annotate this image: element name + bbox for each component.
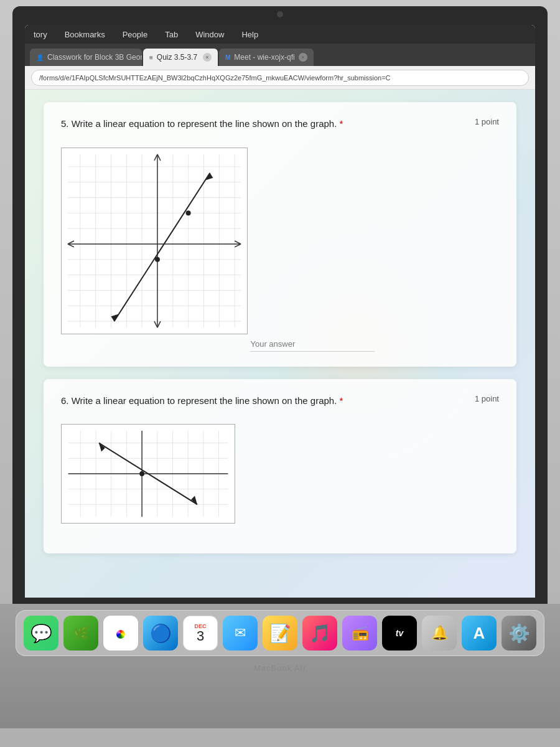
- appstore-icon: A: [474, 624, 485, 643]
- mail-icon: ✉: [235, 625, 246, 641]
- menu-bar: tory Bookmarks People Tab Window Help: [25, 25, 535, 44]
- dock-calendar[interactable]: DEC 3: [183, 616, 218, 651]
- answer-5-label[interactable]: Your answer: [250, 339, 375, 352]
- dock-music[interactable]: 🎵: [302, 616, 337, 651]
- tab-meet[interactable]: M Meet - wie-xojx-qfi ×: [219, 49, 314, 66]
- unknown1-icon: 🌿: [73, 626, 89, 641]
- dock-appstore[interactable]: A: [462, 616, 497, 651]
- graph-5-container: [61, 148, 248, 334]
- dock-podcasts[interactable]: 📻: [342, 616, 377, 651]
- tab-quiz-close[interactable]: ×: [203, 53, 212, 62]
- dock-unknown1[interactable]: 🌿: [63, 616, 98, 651]
- music-icon: 🎵: [309, 623, 331, 644]
- tab-quiz-label: Quiz 3.5-3.7: [157, 53, 197, 62]
- screen-bezel: tory Bookmarks People Tab Window Help 👤 …: [12, 6, 548, 604]
- dock-messages[interactable]: 💬: [24, 616, 58, 651]
- dock-system[interactable]: ⚙️: [502, 616, 536, 651]
- photos-icon: ●: [114, 622, 126, 645]
- question-5-header: 5. Write a linear equation to represent …: [61, 117, 499, 131]
- question-5-card: 5. Write a linear equation to represent …: [44, 102, 516, 367]
- laptop-frame: tory Bookmarks People Tab Window Help 👤 …: [0, 0, 560, 747]
- question-6-card: 6. Write a linear equation to represent …: [44, 379, 516, 554]
- browser-window: tory Bookmarks People Tab Window Help 👤 …: [25, 25, 535, 598]
- question-5-text: 5. Write a linear equation to represent …: [61, 117, 462, 131]
- messages-icon: 💬: [30, 623, 52, 644]
- url-input[interactable]: /forms/d/e/1FAIpQLSfcMrSUHTTEzAEjN_BW3l2…: [31, 70, 529, 86]
- question-6-text: 6. Write a linear equation to represent …: [61, 394, 462, 408]
- url-text: /forms/d/e/1FAIpQLSfcMrSUHTTEzAEjN_BW3l2…: [39, 74, 391, 82]
- dock-notes[interactable]: 📝: [263, 616, 297, 651]
- required-star-6: *: [340, 395, 343, 406]
- dock-photos[interactable]: ●: [103, 616, 138, 651]
- menu-item-help[interactable]: Help: [239, 29, 261, 40]
- system-icon: ⚙️: [508, 623, 530, 644]
- dock-notification[interactable]: 🔔: [422, 616, 457, 651]
- required-star-5: *: [340, 118, 343, 129]
- graph-5-svg: [61, 148, 248, 334]
- calendar-day-label: 3: [197, 629, 204, 643]
- tab-meet-close[interactable]: ×: [299, 53, 307, 62]
- dock-mail[interactable]: ✉: [223, 616, 258, 651]
- question-5-points: 1 point: [475, 117, 499, 126]
- menu-item-bookmarks[interactable]: Bookmarks: [62, 29, 108, 40]
- podcasts-icon: 📻: [352, 625, 368, 641]
- menu-item-people[interactable]: People: [120, 29, 150, 40]
- notification-icon: 🔔: [431, 625, 448, 641]
- notes-icon: 📝: [269, 623, 291, 644]
- dock-tv[interactable]: tv: [382, 616, 417, 651]
- tab-quiz[interactable]: ≡ Quiz 3.5-3.7 ×: [143, 49, 218, 66]
- svg-line-32: [114, 172, 210, 321]
- dock: 💬 🌿 ● 🔵 DEC 3 ✉ 📝 🎵: [16, 610, 544, 656]
- svg-point-35: [186, 210, 191, 215]
- laptop-model-label: MacBook Air: [254, 664, 306, 673]
- tab-bar: 👤 Classwork for Block 3B Geom × ≡ Quiz 3…: [25, 44, 535, 66]
- menu-item-tab[interactable]: Tab: [162, 29, 180, 40]
- page-content: 5. Write a linear equation to represent …: [25, 90, 535, 598]
- finder-icon: 🔵: [150, 623, 172, 644]
- svg-point-57: [139, 471, 144, 476]
- address-bar: /forms/d/e/1FAIpQLSfcMrSUHTTEzAEjN_BW3l2…: [25, 66, 535, 90]
- question-6-header: 6. Write a linear equation to represent …: [61, 394, 499, 408]
- tab-classwork-icon: 👤: [36, 54, 44, 61]
- dock-area: 💬 🌿 ● 🔵 DEC 3 ✉ 📝 🎵: [0, 604, 560, 728]
- tab-quiz-icon: ≡: [149, 54, 153, 61]
- tab-classwork-label: Classwork for Block 3B Geom: [47, 53, 142, 62]
- graph-6-container: [61, 424, 235, 524]
- menu-item-window[interactable]: Window: [193, 29, 226, 40]
- camera-dot: [277, 11, 283, 17]
- graph-6-svg: [61, 424, 235, 524]
- tab-meet-label: Meet - wie-xojx-qfi: [234, 53, 294, 62]
- question-6-points: 1 point: [475, 394, 499, 403]
- dock-finder[interactable]: 🔵: [143, 616, 178, 651]
- menu-item-history[interactable]: tory: [31, 29, 50, 40]
- svg-point-36: [155, 256, 160, 261]
- tv-icon: tv: [396, 628, 403, 638]
- tab-classwork[interactable]: 👤 Classwork for Block 3B Geom ×: [30, 49, 142, 66]
- tab-meet-icon: M: [225, 54, 230, 61]
